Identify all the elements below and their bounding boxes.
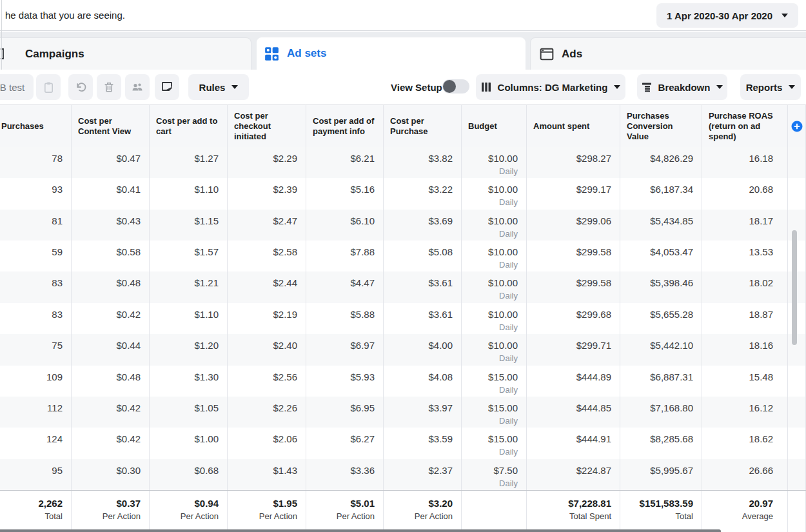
edit-button[interactable] bbox=[155, 74, 179, 100]
cell-value: $15.00 bbox=[462, 433, 518, 446]
cell-value: $5,434.85 bbox=[620, 215, 693, 228]
cell-value: 26.66 bbox=[702, 464, 773, 477]
cell-value: 83 bbox=[0, 308, 63, 321]
total-label: Per Action bbox=[72, 509, 141, 522]
total-label: Per Action bbox=[384, 509, 453, 522]
cell-value: $6,187.34 bbox=[620, 183, 693, 196]
cell-cost_per_checkout_initiated: $2.29 bbox=[228, 147, 306, 178]
column-header-cost_per_content_view[interactable]: Cost per Content View bbox=[72, 105, 150, 147]
cell-amount_spent: $298.27 bbox=[527, 147, 620, 178]
cell-value: $3.69 bbox=[384, 215, 453, 228]
cell-cost_per_add_to_cart: $1.15 bbox=[150, 210, 228, 241]
cell-purchase_roas: 16.12 bbox=[702, 397, 788, 428]
cell-value: 78 bbox=[0, 152, 63, 165]
column-header-amount_spent[interactable]: Amount spent bbox=[527, 105, 620, 147]
table-row[interactable]: 83$0.42$1.10$2.19$5.88$3.61$10.00Daily$2… bbox=[0, 303, 806, 334]
audience-button[interactable] bbox=[125, 74, 150, 100]
cell-cost_per_checkout_initiated: $1.43 bbox=[228, 459, 306, 490]
cell-cost_per_purchase: $4.00 bbox=[384, 334, 462, 365]
tab-ad-sets-label: Ad sets bbox=[287, 47, 326, 60]
total-cell-purchases: 2,262Total bbox=[0, 491, 72, 532]
cell-purchases_conversion_value: $4,826.29 bbox=[620, 147, 702, 178]
add-column-button[interactable] bbox=[788, 105, 806, 147]
cell-value: $2.39 bbox=[228, 183, 297, 196]
cell-value: $4.00 bbox=[384, 339, 453, 352]
delete-button[interactable] bbox=[97, 74, 121, 100]
cell-value: $5.93 bbox=[306, 371, 375, 384]
budget-period-label: Daily bbox=[462, 165, 518, 177]
cell-value: 75 bbox=[0, 339, 63, 352]
cell-cost_per_checkout_initiated: $2.06 bbox=[228, 428, 306, 458]
duplicate-button[interactable] bbox=[36, 74, 61, 100]
cell-spacer bbox=[788, 147, 806, 178]
cell-cost_per_content_view: $0.48 bbox=[72, 366, 150, 397]
ab-test-button[interactable]: B test bbox=[0, 74, 34, 100]
table-row[interactable]: 95$0.30$0.68$1.43$3.36$2.37$7.50Daily$22… bbox=[0, 459, 806, 490]
table-row[interactable]: 109$0.48$1.30$2.56$5.93$4.08$15.00Daily$… bbox=[0, 366, 806, 397]
table-row[interactable]: 93$0.41$1.10$2.39$5.16$3.22$10.00Daily$2… bbox=[0, 178, 806, 209]
columns-label: Columns: DG Marketing bbox=[498, 82, 608, 93]
table-row[interactable]: 124$0.42$1.00$2.06$6.27$3.59$15.00Daily$… bbox=[0, 428, 806, 458]
column-header-cost_per_checkout_initiated[interactable]: Cost per checkout initiated bbox=[228, 105, 306, 147]
chevron-down-icon bbox=[789, 85, 795, 89]
table-row[interactable]: 112$0.42$1.05$2.26$6.95$3.97$15.00Daily$… bbox=[0, 397, 806, 428]
undo-icon bbox=[75, 81, 87, 94]
column-header-label: Purchase ROAS (return on ad spend) bbox=[709, 111, 782, 142]
column-header-cost_per_purchase[interactable]: Cost per Purchase bbox=[384, 105, 462, 147]
column-header-purchase_roas[interactable]: Purchase ROAS (return on ad spend) bbox=[702, 105, 788, 147]
cell-value: $10.00 bbox=[462, 152, 518, 165]
reports-button[interactable]: Reports bbox=[740, 74, 801, 100]
cell-purchases: 78 bbox=[0, 147, 72, 178]
table-row[interactable]: 81$0.43$1.15$2.47$6.10$3.69$10.00Daily$2… bbox=[0, 210, 806, 241]
column-header-purchases_conversion_value[interactable]: Purchases Conversion Value bbox=[620, 105, 702, 147]
date-range-button[interactable]: 1 Apr 2020-30 Apr 2020 bbox=[656, 3, 798, 28]
budget-period-label: Daily bbox=[462, 477, 518, 489]
cell-value: $1.15 bbox=[150, 215, 219, 228]
cell-value: $10.00 bbox=[462, 339, 518, 352]
column-header-cost_per_add_of_payment_info[interactable]: Cost per add of payment info bbox=[306, 105, 384, 147]
ab-test-label: B test bbox=[0, 82, 25, 93]
breakdown-icon bbox=[642, 82, 652, 92]
cell-value: $6.97 bbox=[306, 339, 375, 352]
breakdown-button[interactable]: Breakdown bbox=[637, 74, 727, 100]
cell-cost_per_content_view: $0.42 bbox=[72, 303, 150, 334]
column-header-label: Purchases bbox=[1, 121, 44, 132]
cell-purchases_conversion_value: $6,187.34 bbox=[620, 178, 702, 209]
vertical-scrollbar-thumb[interactable] bbox=[792, 230, 797, 345]
table-row[interactable]: 83$0.48$1.21$2.44$4.47$3.61$10.00Daily$2… bbox=[0, 271, 806, 302]
cell-value: $299.06 bbox=[527, 215, 611, 228]
panel-edge-divider bbox=[1, 0, 2, 70]
ad-sets-icon bbox=[264, 46, 279, 61]
cell-cost_per_content_view: $0.42 bbox=[72, 397, 150, 428]
cell-value: $0.30 bbox=[72, 464, 141, 477]
table-row[interactable]: 75$0.44$1.20$2.40$6.97$4.00$10.00Daily$2… bbox=[0, 334, 806, 365]
cell-purchase_roas: 18.02 bbox=[702, 271, 788, 302]
cell-value: $3.59 bbox=[384, 433, 453, 446]
cell-value: 15.48 bbox=[702, 371, 773, 384]
tab-ads[interactable]: Ads bbox=[530, 37, 806, 70]
cell-cost_per_checkout_initiated: $2.39 bbox=[228, 178, 306, 209]
rules-button[interactable]: Rules bbox=[188, 74, 249, 100]
cell-amount_spent: $444.85 bbox=[527, 397, 620, 428]
view-setup-toggle[interactable] bbox=[442, 79, 469, 94]
cell-purchases: 93 bbox=[0, 178, 72, 209]
undo-button[interactable] bbox=[68, 74, 93, 100]
table-row[interactable]: 59$0.58$1.57$2.58$7.88$5.08$10.00Daily$2… bbox=[0, 241, 806, 271]
cell-cost_per_purchase: $3.69 bbox=[384, 210, 462, 241]
cell-budget: $10.00Daily bbox=[462, 241, 527, 271]
cell-cost_per_checkout_initiated: $2.47 bbox=[228, 210, 306, 241]
columns-button[interactable]: Columns: DG Marketing bbox=[476, 74, 625, 100]
cell-purchases_conversion_value: $4,053.47 bbox=[620, 241, 702, 271]
cell-value: $2.06 bbox=[228, 433, 297, 446]
column-header-budget[interactable]: Budget bbox=[462, 105, 527, 147]
column-header-cost_per_add_to_cart[interactable]: Cost per add to cart bbox=[150, 105, 228, 147]
chevron-down-icon bbox=[716, 85, 723, 89]
horizontal-scrollbar-thumb[interactable] bbox=[0, 529, 721, 532]
tab-campaigns[interactable]: Campaigns bbox=[0, 37, 251, 70]
column-header-purchases[interactable]: Purchases bbox=[0, 105, 72, 147]
cell-cost_per_add_to_cart: $1.21 bbox=[150, 271, 228, 302]
total-value: $7,228.81 bbox=[527, 497, 611, 509]
tab-ad-sets[interactable]: Ad sets bbox=[257, 37, 526, 70]
cell-value: $10.00 bbox=[462, 183, 518, 196]
table-row[interactable]: 78$0.47$1.27$2.29$6.21$3.82$10.00Daily$2… bbox=[0, 147, 806, 178]
